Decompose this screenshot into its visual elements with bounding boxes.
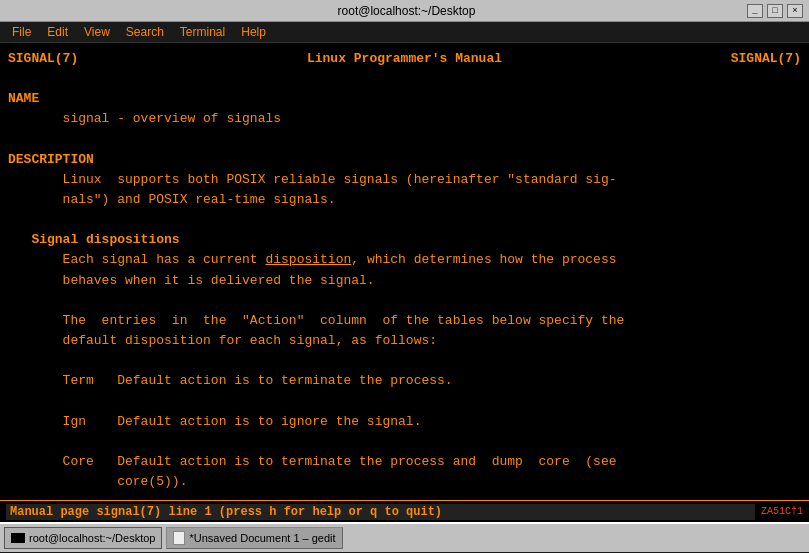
- core-line-1: Core Default action is to terminate the …: [8, 452, 801, 472]
- close-button[interactable]: ×: [787, 4, 803, 18]
- header-center: Linux Programmer's Manual: [307, 49, 502, 69]
- status-right: ZA51C†1: [761, 506, 803, 517]
- menu-terminal[interactable]: Terminal: [172, 24, 233, 40]
- blank-2: [8, 130, 801, 150]
- minimize-button[interactable]: _: [747, 4, 763, 18]
- terminal-icon: [11, 533, 25, 543]
- term-line: Term Default action is to terminate the …: [8, 371, 801, 391]
- titlebar-controls: _ □ ×: [747, 4, 803, 18]
- header-left: SIGNAL(7): [8, 49, 78, 69]
- taskbar-gedit[interactable]: *Unsaved Document 1 – gedit: [166, 527, 342, 549]
- status-text: Manual page signal(7) line 1 (press h fo…: [6, 504, 755, 520]
- menubar: File Edit View Search Terminal Help: [0, 22, 809, 43]
- taskbar-terminal[interactable]: root@localhost:~/Desktop: [4, 527, 162, 549]
- titlebar: root@localhost:~/Desktop _ □ ×: [0, 0, 809, 22]
- menu-search[interactable]: Search: [118, 24, 172, 40]
- desc-body-1: Linux supports both POSIX reliable signa…: [8, 170, 801, 190]
- name-body: signal - overview of signals: [8, 109, 801, 129]
- signal-disp-body-1: Each signal has a current disposition, w…: [8, 250, 801, 270]
- maximize-button[interactable]: □: [767, 4, 783, 18]
- core-line-2: core(5)).: [8, 472, 801, 492]
- gedit-icon: [173, 531, 185, 545]
- taskbar-terminal-label: root@localhost:~/Desktop: [29, 532, 155, 544]
- ign-line: Ign Default action is to ignore the sign…: [8, 412, 801, 432]
- menu-file[interactable]: File: [4, 24, 39, 40]
- blank-6: [8, 391, 801, 411]
- menu-edit[interactable]: Edit: [39, 24, 76, 40]
- entries-line-2: default disposition for each signal, as …: [8, 331, 801, 351]
- man-header: SIGNAL(7) Linux Programmer's Manual SIGN…: [8, 49, 801, 69]
- blank-7: [8, 432, 801, 452]
- desc-heading: DESCRIPTION: [8, 150, 801, 170]
- header-right: SIGNAL(7): [731, 49, 801, 69]
- signal-dispositions-heading: Signal dispositions: [8, 230, 801, 250]
- menu-view[interactable]: View: [76, 24, 118, 40]
- taskbar-gedit-label: *Unsaved Document 1 – gedit: [189, 532, 335, 544]
- blank-1: [8, 69, 801, 89]
- blank-4: [8, 291, 801, 311]
- name-heading: NAME: [8, 89, 801, 109]
- titlebar-title: root@localhost:~/Desktop: [66, 4, 747, 18]
- menu-help[interactable]: Help: [233, 24, 274, 40]
- taskbar: root@localhost:~/Desktop *Unsaved Docume…: [0, 522, 809, 552]
- blank-5: [8, 351, 801, 371]
- signal-disp-body-2: behaves when it is delivered the signal.: [8, 271, 801, 291]
- entries-line-1: The entries in the "Action" column of th…: [8, 311, 801, 331]
- blank-3: [8, 210, 801, 230]
- terminal-content: SIGNAL(7) Linux Programmer's Manual SIGN…: [0, 43, 809, 500]
- desc-body-2: nals") and POSIX real-time signals.: [8, 190, 801, 210]
- statusbar: Manual page signal(7) line 1 (press h fo…: [0, 500, 809, 522]
